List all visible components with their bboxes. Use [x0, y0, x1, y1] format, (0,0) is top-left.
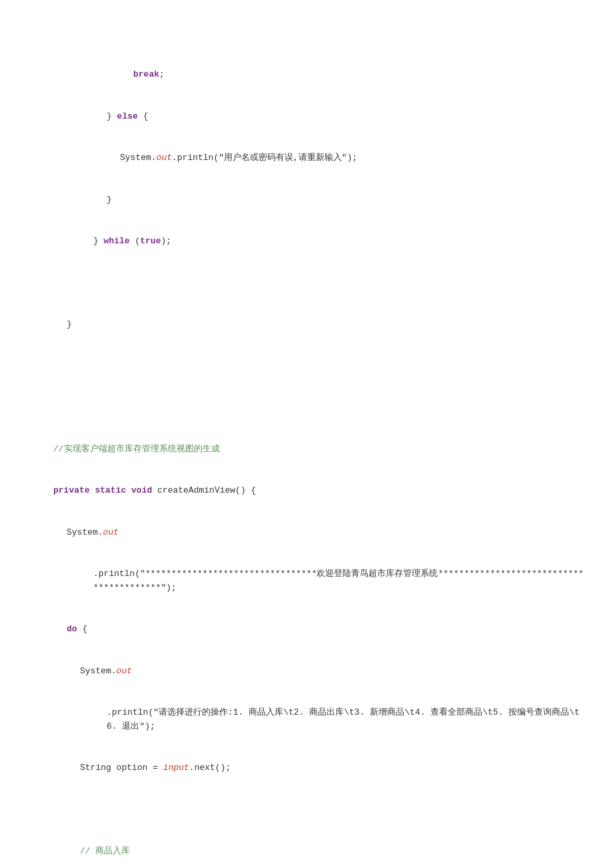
code-content: break; } else { System.out.println("用户名或… — [40, 27, 586, 868]
